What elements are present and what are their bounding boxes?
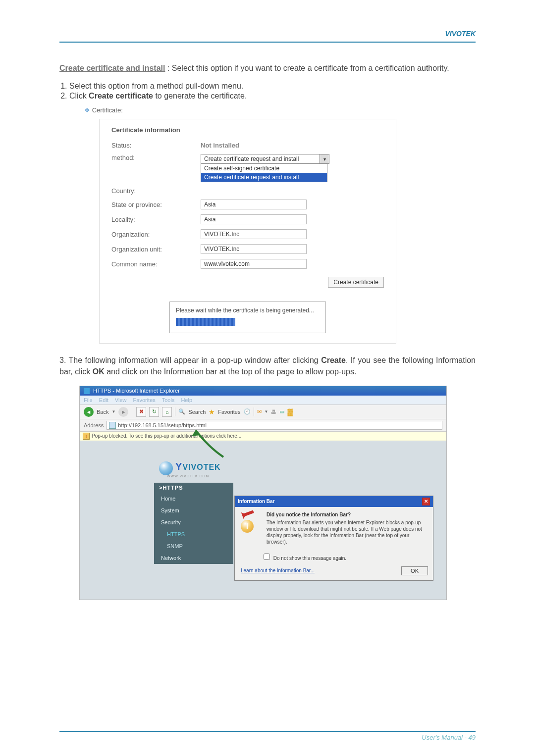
cn-input[interactable]: www.vivotek.com <box>201 259 307 269</box>
locality-input[interactable]: Asia <box>201 214 307 224</box>
ie-address-bar: Address http://192.168.5.151/setup/https… <box>80 419 446 432</box>
step3-create: Create <box>321 356 346 364</box>
generating-box: Please wait while the certificate is bei… <box>169 302 326 333</box>
country-label: Country: <box>111 187 201 195</box>
address-label: Address <box>84 422 104 428</box>
org-unit-input[interactable]: VIVOTEK.Inc <box>201 244 307 254</box>
nav-home[interactable]: Home <box>154 493 233 504</box>
dialog-title: Information Bar <box>238 499 274 504</box>
vivotek-logo-tagline: WWW.VIVOTEK.COM <box>159 474 446 478</box>
org-input[interactable]: VIVOTEK.Inc <box>201 229 307 239</box>
page-footer: User's Manual - 49 <box>0 727 535 741</box>
state-label: State or province: <box>111 201 201 208</box>
search-label[interactable]: Search <box>188 409 206 415</box>
back-button-label[interactable]: Back <box>97 409 108 415</box>
close-icon[interactable]: ✕ <box>422 498 430 505</box>
dialog-paragraph: The Information Bar alerts you when Inte… <box>267 519 427 545</box>
row-state: State or province: Asia <box>111 200 384 209</box>
menu-tools[interactable]: Tools <box>162 397 175 403</box>
row-country: Country: <box>111 187 384 195</box>
status-value: Not installed <box>201 142 239 149</box>
method-label: method: <box>111 154 201 161</box>
edit-icon[interactable]: ▭ <box>279 408 284 415</box>
method-field-wrap: Create certificate request and install ▾… <box>201 154 329 182</box>
vivotek-globe-icon <box>159 461 173 475</box>
favorites-icon[interactable]: ★ <box>209 408 215 416</box>
ms-logo-icon: ▓ <box>287 408 292 416</box>
menu-help[interactable]: Help <box>181 397 192 403</box>
ie-window: HTTPS - Microsoft Internet Explorer File… <box>79 386 447 600</box>
dialog-question: Did you notice the Information Bar? <box>267 512 427 517</box>
dont-show-label: Do not show this message again. <box>273 555 346 561</box>
back-dropdown-icon[interactable]: ▼ <box>111 409 115 414</box>
method-option-1[interactable]: Create self-signed certificate <box>201 164 327 173</box>
intro-sep: : <box>165 64 171 72</box>
progress-bar <box>176 318 235 326</box>
create-certificate-button[interactable]: Create certificate <box>328 277 384 288</box>
menu-file[interactable]: File <box>84 397 93 403</box>
address-input[interactable]: http://192.168.5.151/setup/https.html <box>107 421 442 430</box>
intro-title: Create certificate and install <box>59 64 165 72</box>
page-icon <box>109 422 116 429</box>
step2-bold: Create certificate <box>89 92 153 100</box>
refresh-icon[interactable]: ↻ <box>149 407 159 417</box>
vivotek-nav: >HTTPS Home System Security HTTPS SNMP N… <box>154 483 233 564</box>
state-input[interactable]: Asia <box>201 200 307 209</box>
print-icon[interactable]: 🖶 <box>271 409 276 415</box>
cert-panel-title: Certificate information <box>111 126 384 134</box>
footer-rule <box>59 731 476 732</box>
callout-arrow-icon <box>189 427 228 462</box>
info-icon: i <box>241 520 254 533</box>
method-option-2[interactable]: Create certificate request and install <box>201 173 327 182</box>
chevron-down-icon[interactable]: ▾ <box>320 154 329 163</box>
step3-suffix: and click on the Information bar at the … <box>105 367 357 376</box>
intro-paragraph: Create certificate and install : Select … <box>59 62 476 74</box>
step-3: 3. The following information will appear… <box>59 354 476 377</box>
step2-suffix: to generate the certificate. <box>153 92 247 100</box>
ie-titlebar: HTTPS - Microsoft Internet Explorer <box>80 386 446 396</box>
mail-icon[interactable]: ✉ <box>257 408 262 415</box>
dont-show-checkbox[interactable] <box>264 554 270 560</box>
favorites-label[interactable]: Favorites <box>218 409 240 415</box>
nav-network[interactable]: Network <box>154 552 233 564</box>
back-button-icon[interactable]: ◄ <box>84 407 94 417</box>
nav-section-title: >HTTPS <box>154 483 233 493</box>
nav-system[interactable]: System <box>154 504 233 516</box>
row-locality: Locality: Asia <box>111 214 384 224</box>
page-number: 49 <box>469 734 476 741</box>
dialog-body: i Did you notice the Information Bar? Th… <box>235 507 433 550</box>
nav-https[interactable]: HTTPS <box>154 528 233 540</box>
search-icon[interactable]: 🔍 <box>178 408 185 415</box>
method-select[interactable]: Create certificate request and install ▾ <box>201 154 329 164</box>
menu-view[interactable]: View <box>115 397 127 403</box>
learn-link[interactable]: Learn about the Information Bar... <box>241 568 315 573</box>
forward-button-icon[interactable]: ► <box>118 407 128 417</box>
ie-left-gutter <box>80 441 154 600</box>
step-1: Select this option from a method pull-do… <box>69 82 476 91</box>
cert-caption-text: Certificate: <box>92 106 123 114</box>
vivotek-logo-text: YVIVOTEK <box>175 463 221 471</box>
step3-prefix: 3. The following information will appear… <box>59 356 321 364</box>
ie-information-bar[interactable]: ! Pop-up blocked. To see this pop-up or … <box>80 432 446 441</box>
menu-edit[interactable]: Edit <box>99 397 108 403</box>
ie-content: YVIVOTEK WWW.VIVOTEK.COM >HTTPS Home Sys… <box>80 441 446 600</box>
dialog-footer: Learn about the Information Bar... OK <box>235 566 433 580</box>
row-org-unit: Organization unit: VIVOTEK.Inc <box>111 244 384 254</box>
dialog-titlebar: Information Bar ✕ <box>235 496 433 507</box>
stop-icon[interactable]: ✖ <box>136 407 146 417</box>
nav-security[interactable]: Security <box>154 516 233 528</box>
org-unit-label: Organization unit: <box>111 246 201 253</box>
locality-label: Locality: <box>111 216 201 223</box>
row-org: Organization: VIVOTEK.Inc <box>111 229 384 239</box>
nav-snmp[interactable]: SNMP <box>154 540 233 552</box>
footer-label: User's Manual - <box>422 734 468 741</box>
ie-title-text: HTTPS - Microsoft Internet Explorer <box>93 388 180 394</box>
history-icon[interactable]: 🕘 <box>244 408 251 415</box>
ok-button[interactable]: OK <box>401 566 428 575</box>
cn-label: Common name: <box>111 260 201 268</box>
home-icon[interactable]: ⌂ <box>162 407 172 417</box>
dialog-checkbox-row: Do not show this message again. <box>235 550 433 566</box>
menu-favorites[interactable]: Favorites <box>133 397 156 403</box>
status-label: Status: <box>111 142 201 149</box>
method-selected: Create certificate request and install <box>204 155 299 162</box>
